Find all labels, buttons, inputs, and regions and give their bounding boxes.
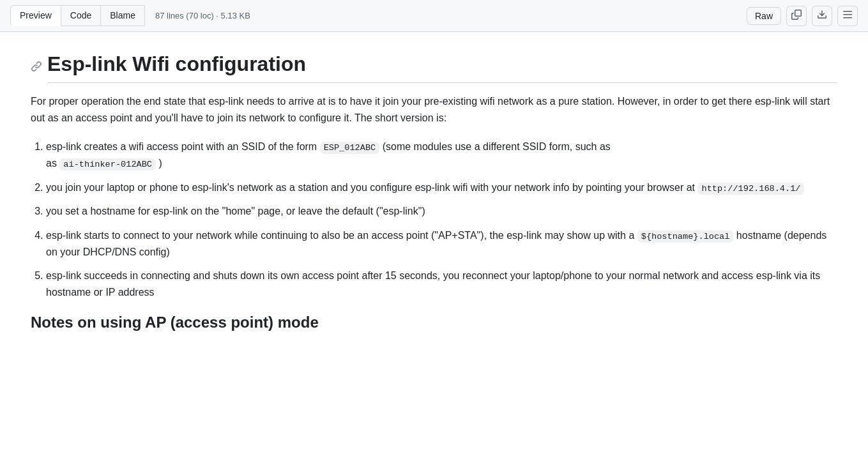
- tab-blame[interactable]: Blame: [101, 5, 145, 26]
- tab-code[interactable]: Code: [61, 5, 101, 26]
- list-item: esp-link succeeds in connecting and shut…: [46, 268, 837, 300]
- heading-wrapper: Esp-link Wifi configuration: [31, 52, 837, 83]
- steps-list: esp-link creates a wifi access point wit…: [46, 139, 837, 300]
- step4-code1: ${hostname}.local: [637, 231, 734, 243]
- download-icon: [817, 10, 827, 22]
- step5-text: esp-link succeeds in connecting and shut…: [46, 270, 820, 298]
- step2-text-before: you join your laptop or phone to esp-lin…: [46, 182, 697, 193]
- hamburger-icon: [842, 10, 853, 22]
- step1-text-middle: (some modules use a different SSID form,…: [379, 141, 611, 152]
- step3-text: you set a hostname for esp-link on the "…: [46, 206, 425, 216]
- raw-button[interactable]: Raw: [747, 7, 781, 25]
- list-item: esp-link starts to connect to your netwo…: [46, 227, 837, 260]
- step1-as: as: [46, 158, 59, 169]
- file-info: 87 lines (70 loc) · 5.13 KB: [155, 11, 250, 20]
- page-title: Esp-link Wifi configuration: [47, 52, 837, 83]
- step1-code1: ESP_012ABC: [320, 142, 380, 154]
- step1-text-before: esp-link creates a wifi access point wit…: [46, 141, 320, 152]
- step1-text-after: ): [156, 158, 162, 169]
- copy-icon: [791, 10, 802, 22]
- copy-button[interactable]: [786, 6, 807, 26]
- toolbar: Preview Code Blame 87 lines (70 loc) · 5…: [0, 0, 868, 32]
- content-area: Esp-link Wifi configuration For proper o…: [0, 32, 868, 352]
- toolbar-left: Preview Code Blame 87 lines (70 loc) · 5…: [10, 5, 250, 26]
- page-wrapper: Preview Code Blame 87 lines (70 loc) · 5…: [0, 0, 868, 463]
- tab-preview[interactable]: Preview: [10, 5, 61, 26]
- anchor-link[interactable]: [31, 61, 42, 75]
- list-item: you join your laptop or phone to esp-lin…: [46, 179, 837, 196]
- step2-code1: http://192.168.4.1/: [697, 183, 804, 195]
- menu-button[interactable]: [837, 6, 858, 26]
- section-heading: Notes on using AP (access point) mode: [31, 314, 837, 331]
- list-item: esp-link creates a wifi access point wit…: [46, 139, 837, 172]
- intro-text: For proper operation the end state that …: [31, 93, 837, 126]
- download-button[interactable]: [812, 6, 832, 26]
- toolbar-right: Raw: [747, 6, 858, 26]
- step4-text-before: esp-link starts to connect to your netwo…: [46, 230, 637, 241]
- step1-code2: ai-thinker-012ABC: [59, 158, 156, 171]
- list-item: you set a hostname for esp-link on the "…: [46, 203, 837, 220]
